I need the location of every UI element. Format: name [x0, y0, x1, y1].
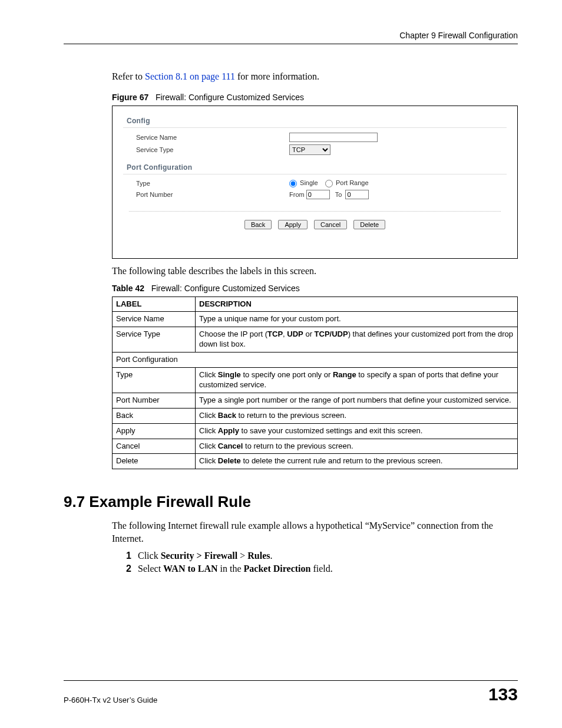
- delete-button[interactable]: Delete: [353, 220, 385, 229]
- apply-button[interactable]: Apply: [278, 220, 308, 229]
- service-type-select[interactable]: TCP: [289, 144, 330, 155]
- port-range-radio[interactable]: [325, 180, 333, 187]
- table-title: Firewall: Configure Customized Services: [151, 284, 300, 293]
- type-radio-group: Single Port Range: [289, 179, 369, 187]
- figure-title: Firewall: Configure Customized Services: [156, 93, 304, 102]
- cancel-button[interactable]: Cancel: [314, 220, 347, 229]
- table-desc-cell: Type a unique name for your custom port.: [196, 312, 518, 327]
- section-9-7-paragraph: The following Internet firewall rule exa…: [112, 519, 518, 545]
- port-number-group: From To: [289, 190, 369, 199]
- single-radio-label: Single: [300, 179, 318, 186]
- port-range-radio-label: Port Range: [336, 179, 369, 186]
- table-label-cell: Cancel: [113, 439, 196, 454]
- footer-guide-name: P-660H-Tx v2 User’s Guide: [64, 696, 157, 704]
- service-type-label: Service Type: [136, 146, 289, 153]
- table-caption: Table 42 Firewall: Configure Customized …: [112, 284, 518, 293]
- port-number-label: Port Number: [136, 191, 289, 198]
- section-link[interactable]: Section 8.1 on page 111: [145, 71, 235, 81]
- step-item: 1Click Security > Firewall > Rules.: [126, 551, 518, 561]
- table-row: Port NumberType a single port number or …: [113, 393, 518, 408]
- single-radio[interactable]: [289, 180, 297, 187]
- figure-number: Figure 67: [112, 93, 148, 102]
- table-header-row: LABEL DESCRIPTION: [113, 297, 518, 312]
- th-description: DESCRIPTION: [196, 297, 518, 312]
- intro-prefix: Refer to: [112, 71, 145, 81]
- table-span-cell: Port Configuration: [113, 353, 518, 368]
- service-name-input[interactable]: [289, 133, 378, 142]
- th-label: LABEL: [113, 297, 196, 312]
- from-label: From: [289, 191, 305, 198]
- table-desc-cell: Click Delete to delete the current rule …: [196, 454, 518, 469]
- step-number: 1: [126, 551, 138, 561]
- chapter-title: Chapter 9 Firewall Configuration: [399, 31, 518, 40]
- table-desc-cell: Choose the IP port (TCP, UDP or TCP/UDP)…: [196, 327, 518, 353]
- table-number: Table 42: [112, 284, 144, 293]
- step-number: 2: [126, 564, 138, 574]
- page-header: Chapter 9 Firewall Configuration: [64, 31, 518, 44]
- footer-page-number: 133: [488, 684, 518, 704]
- intro-paragraph: Refer to Section 8.1 on page 111 for mor…: [112, 71, 518, 82]
- table-row: CancelClick Cancel to return to the prev…: [113, 439, 518, 454]
- description-table: LABEL DESCRIPTION Service NameType a uni…: [112, 297, 518, 470]
- table-row: Service NameType a unique name for your …: [113, 312, 518, 327]
- config-section-header: Config: [123, 114, 507, 128]
- table-desc-cell: Click Single to specify one port only or…: [196, 368, 518, 393]
- port-config-section-header: Port Configuration: [123, 161, 507, 174]
- table-row: TypeClick Single to specify one port onl…: [113, 368, 518, 393]
- intro-suffix: for more information.: [235, 71, 319, 81]
- table-label-cell: Service Type: [113, 327, 196, 353]
- table-desc-cell: Click Apply to save your customized sett…: [196, 423, 518, 439]
- back-button[interactable]: Back: [244, 220, 272, 229]
- table-label-cell: Delete: [113, 454, 196, 469]
- table-label-cell: Type: [113, 368, 196, 393]
- table-intro-text: The following table describes the labels…: [112, 265, 518, 278]
- table-row: Service TypeChoose the IP port (TCP, UDP…: [113, 327, 518, 353]
- table-row: Port Configuration: [113, 353, 518, 368]
- table-desc-cell: Click Cancel to return to the previous s…: [196, 439, 518, 454]
- table-desc-cell: Type a single port number or the range o…: [196, 393, 518, 408]
- table-row: DeleteClick Delete to delete the current…: [113, 454, 518, 469]
- page-footer: P-660H-Tx v2 User’s Guide 133: [64, 680, 518, 704]
- figure-screenshot: Config Service Name Service Type TCP Por…: [112, 106, 518, 259]
- table-label-cell: Apply: [113, 423, 196, 439]
- type-label: Type: [136, 180, 289, 187]
- from-input[interactable]: [306, 190, 330, 199]
- table-row: ApplyClick Apply to save your customized…: [113, 423, 518, 439]
- table-row: BackClick Back to return to the previous…: [113, 408, 518, 423]
- table-label-cell: Service Name: [113, 312, 196, 327]
- to-label: To: [335, 191, 342, 198]
- section-9-7-heading: 9.7 Example Firewall Rule: [64, 493, 518, 511]
- table-desc-cell: Click Back to return to the previous scr…: [196, 408, 518, 423]
- table-label-cell: Back: [113, 408, 196, 423]
- table-label-cell: Port Number: [113, 393, 196, 408]
- step-item: 2Select WAN to LAN in the Packet Directi…: [126, 564, 518, 574]
- to-input[interactable]: [345, 190, 369, 199]
- figure-caption: Figure 67 Firewall: Configure Customized…: [112, 93, 518, 102]
- service-name-label: Service Name: [136, 134, 289, 141]
- button-row: Back Apply Cancel Delete: [129, 211, 501, 229]
- steps-list: 1Click Security > Firewall > Rules.2Sele…: [126, 551, 518, 574]
